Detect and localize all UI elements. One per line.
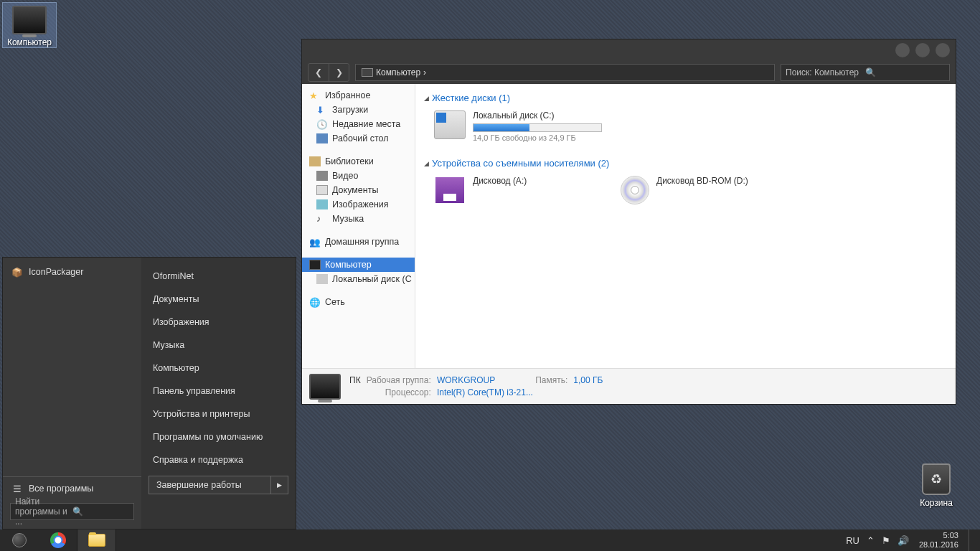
start-menu-item-oforminet[interactable]: OformiNet [141, 265, 296, 288]
network-icon: 🌐 [309, 297, 321, 307]
collapse-triangle-icon: ◢ [424, 95, 429, 102]
sidebar-local-disk[interactable]: Локальный диск (C [302, 272, 415, 286]
start-menu: 📦 IconPackager ☰ Все программы Найти про… [2, 257, 296, 529]
breadcrumb-separator: › [423, 67, 426, 77]
details-cpu-value: Intel(R) Core(TM) i3-21... [437, 387, 603, 397]
tray-show-hidden-icon[interactable]: ⌃ [867, 535, 875, 546]
explorer-main[interactable]: ◢ Жесткие диски (1) Локальный диск (C:) … [415, 84, 956, 368]
nav-forward-button[interactable]: ❯ [329, 64, 349, 81]
start-menu-item-documents[interactable]: Документы [141, 288, 296, 311]
sidebar-pictures[interactable]: Изображения [302, 197, 415, 212]
sidebar-documents[interactable]: Документы [302, 183, 415, 197]
all-programs-label: Все программы [29, 484, 93, 494]
explorer-window: ❮ ❯ Компьютер › Поиск: Компьютер 🔍 ★Избр… [301, 39, 956, 405]
start-menu-shutdown[interactable]: Завершение работы ▶ [149, 476, 288, 494]
group-header-hdd[interactable]: ◢ Жесткие диски (1) [424, 90, 947, 108]
shutdown-label: Завершение работы [149, 480, 270, 490]
sidebar-videos[interactable]: Видео [302, 169, 415, 183]
desktop-icon-recycle-bin[interactable]: ♻ Корзина [910, 463, 963, 508]
sidebar-libraries[interactable]: Библиотеки [302, 154, 415, 169]
recycle-bin-icon: ♻ [922, 463, 951, 495]
details-memory-label: Память: [535, 375, 567, 385]
sidebar-downloads[interactable]: ⬇Загрузки [302, 103, 415, 117]
monitor-icon [309, 260, 321, 270]
explorer-sidebar: ★Избранное ⬇Загрузки 🕓Недавние места Раб… [302, 84, 415, 368]
desktop-icon [316, 133, 328, 143]
collapse-triangle-icon: ◢ [424, 160, 429, 167]
start-menu-app-label: IconPackager [29, 267, 83, 277]
start-menu-item-control-panel[interactable]: Панель управления [141, 380, 296, 402]
monitor-icon [309, 374, 341, 400]
nav-back-button[interactable]: ❮ [308, 64, 329, 81]
start-menu-item-computer[interactable]: Компьютер [141, 357, 296, 380]
desktop-icon-label: Корзина [910, 498, 963, 508]
address-location: Компьютер [376, 67, 420, 77]
start-menu-left-column: 📦 IconPackager ☰ Все программы Найти про… [3, 258, 141, 529]
show-desktop-button[interactable] [969, 529, 976, 551]
video-icon [316, 171, 328, 181]
search-placeholder: Поиск: Компьютер [786, 67, 865, 77]
drive-bd-rom-d[interactable]: Дисковод BD-ROM (D:) [621, 176, 778, 204]
drive-floppy-a[interactable]: Дисковод (A:) [434, 176, 592, 204]
details-cpu-label: Процессор: [367, 387, 431, 397]
group-header-removable[interactable]: ◢ Устройства со съемными носителями (2) [424, 155, 947, 173]
details-memory-value: 1,00 ГБ [573, 375, 603, 385]
taskbar: RU ⌃ ⚑ 🔊 5:03 28.01.2016 [0, 529, 980, 551]
explorer-details-bar: ПК Рабочая группа: WORKGROUP Память: 1,0… [302, 368, 956, 404]
taskbar-app-explorer[interactable] [77, 529, 116, 551]
drive-name: Дисковод BD-ROM (D:) [656, 176, 748, 187]
music-icon: ♪ [316, 214, 328, 224]
hdd-icon [434, 110, 466, 139]
drive-free-space: 14,0 ГБ свободно из 24,9 ГБ [473, 133, 602, 142]
sidebar-desktop[interactable]: Рабочий стол [302, 131, 415, 146]
start-menu-item-music[interactable]: Музыка [141, 334, 296, 357]
search-icon: 🔍 [865, 67, 945, 77]
recent-icon: 🕓 [316, 119, 328, 129]
tray-language[interactable]: RU [846, 535, 859, 546]
homegroup-icon: 👥 [309, 237, 321, 247]
sidebar-network[interactable]: 🌐Сеть [302, 295, 415, 309]
sidebar-music[interactable]: ♪Музыка [302, 212, 415, 226]
sidebar-recent[interactable]: 🕓Недавние места [302, 117, 415, 131]
start-orb-icon [12, 533, 27, 547]
start-button[interactable] [0, 529, 39, 551]
folder-icon [88, 534, 105, 547]
shutdown-options-arrow[interactable]: ▶ [270, 476, 288, 494]
start-menu-item-pictures[interactable]: Изображения [141, 311, 296, 334]
start-menu-all-programs[interactable]: ☰ Все программы [3, 476, 141, 499]
clock-date: 28.01.2016 [919, 540, 958, 550]
drive-local-disk-c[interactable]: Локальный диск (C:) 14,0 ГБ свободно из … [434, 110, 635, 142]
start-menu-app-iconpackager[interactable]: 📦 IconPackager [3, 262, 141, 282]
desktop-icon-computer[interactable]: Компьютер [3, 3, 56, 47]
list-icon: ☰ [11, 483, 23, 494]
tray-clock[interactable]: 5:03 28.01.2016 [916, 531, 961, 550]
computer-icon [362, 68, 373, 77]
start-menu-item-default-programs[interactable]: Программы по умолчанию [141, 425, 296, 448]
start-menu-item-devices[interactable]: Устройства и принтеры [141, 402, 296, 425]
window-titlebar[interactable] [302, 39, 956, 61]
picture-icon [316, 199, 328, 209]
disk-icon [316, 274, 328, 284]
drive-usage-bar [473, 123, 602, 132]
address-bar[interactable]: Компьютер › [355, 64, 775, 81]
close-button[interactable] [936, 43, 950, 57]
tray-action-center-icon[interactable]: ⚑ [882, 535, 890, 546]
sidebar-favorites[interactable]: ★Избранное [302, 88, 415, 103]
explorer-body: ★Избранное ⬇Загрузки 🕓Недавние места Раб… [302, 84, 956, 368]
document-icon [316, 185, 328, 195]
nav-buttons: ❮ ❯ [308, 63, 349, 82]
tray-volume-icon[interactable]: 🔊 [897, 535, 909, 546]
start-menu-search[interactable]: Найти программы и ... 🔍 [10, 503, 134, 520]
clock-time: 5:03 [919, 531, 958, 540]
taskbar-app-chrome[interactable] [39, 529, 77, 551]
search-placeholder: Найти программы и ... [15, 496, 72, 527]
maximize-button[interactable] [915, 43, 930, 57]
sidebar-computer[interactable]: Компьютер [302, 258, 415, 272]
minimize-button[interactable] [895, 43, 910, 57]
explorer-search[interactable]: Поиск: Компьютер 🔍 [781, 64, 950, 81]
monitor-icon [12, 6, 47, 34]
start-menu-item-help[interactable]: Справка и поддержка [141, 448, 296, 471]
download-icon: ⬇ [316, 105, 328, 115]
chrome-icon [50, 532, 66, 548]
sidebar-homegroup[interactable]: 👥Домашняя группа [302, 235, 415, 249]
